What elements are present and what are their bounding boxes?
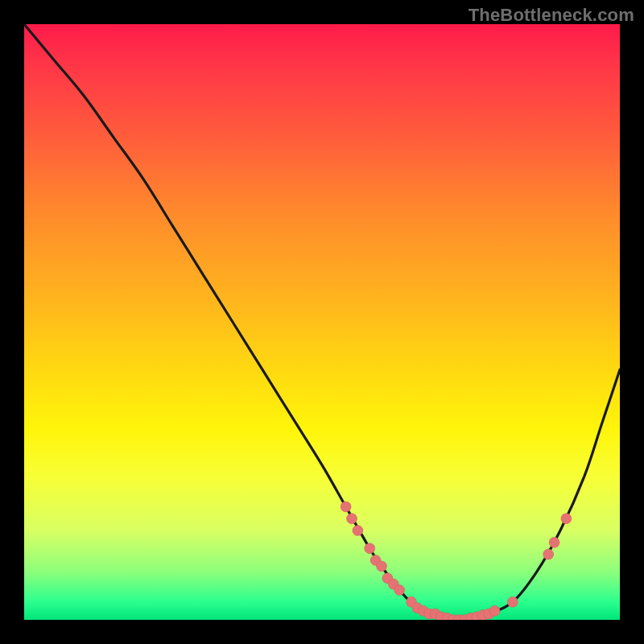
data-marker xyxy=(347,514,357,524)
data-marker xyxy=(365,543,375,554)
data-marker xyxy=(353,526,363,536)
chart-svg xyxy=(24,24,620,620)
data-marker xyxy=(549,537,559,547)
watermark-text: TheBottleneck.com xyxy=(469,5,634,26)
data-marker xyxy=(394,585,405,596)
data-marker xyxy=(489,605,500,616)
data-marker xyxy=(561,514,572,524)
data-marker xyxy=(507,597,518,607)
bottleneck-curve xyxy=(24,24,620,620)
chart-frame: TheBottleneck.com xyxy=(0,0,644,644)
plot-area xyxy=(24,24,620,620)
data-marker xyxy=(543,549,554,559)
data-marker xyxy=(341,502,351,512)
marker-group xyxy=(341,502,572,620)
data-marker xyxy=(377,561,387,572)
